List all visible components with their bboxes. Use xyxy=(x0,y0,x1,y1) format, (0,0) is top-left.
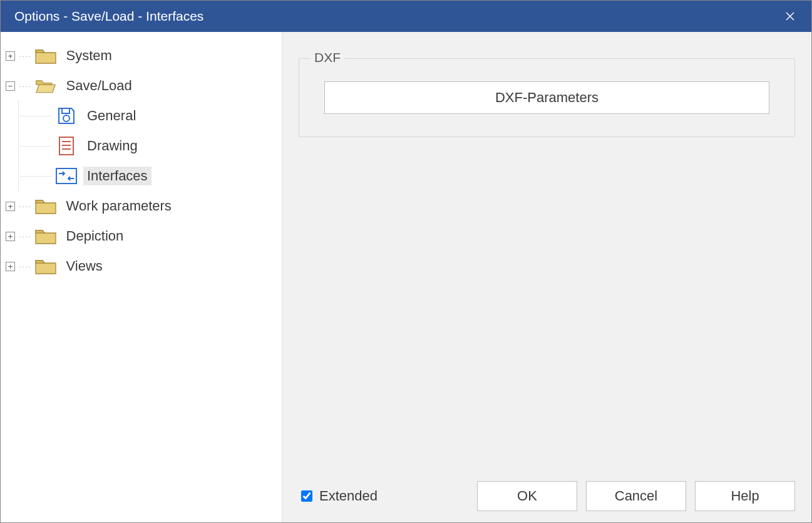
titlebar: Options - Save/Load - Interfaces xyxy=(1,1,811,32)
folder-icon xyxy=(35,195,56,217)
svg-rect-2 xyxy=(62,108,69,113)
tree-label: Views xyxy=(63,257,106,276)
tree-item-depiction[interactable]: + ···· Depiction xyxy=(6,221,277,251)
expand-icon[interactable]: + xyxy=(6,51,15,61)
folder-icon xyxy=(35,225,56,247)
dxf-groupbox: DXF DXF-Parameters xyxy=(299,58,795,137)
ok-button[interactable]: OK xyxy=(477,481,577,511)
groupbox-legend: DXF xyxy=(311,50,344,65)
tree-label: Interfaces xyxy=(83,167,152,185)
tree-label: Drawing xyxy=(83,137,141,155)
svg-point-3 xyxy=(63,115,69,122)
save-icon xyxy=(56,105,77,127)
close-button[interactable] xyxy=(778,4,803,29)
collapse-icon[interactable]: − xyxy=(6,81,15,91)
tree-label: Depiction xyxy=(63,227,128,246)
tree-item-drawing[interactable]: Drawing xyxy=(19,131,277,161)
extended-checkbox-label[interactable]: Extended xyxy=(299,488,378,504)
dxf-parameters-button[interactable]: DXF-Parameters xyxy=(324,81,769,114)
tree-label: General xyxy=(83,106,140,125)
tree-label: System xyxy=(63,46,116,65)
help-button[interactable]: Help xyxy=(695,481,795,511)
extended-label-text: Extended xyxy=(319,488,378,504)
window-title: Options - Save/Load - Interfaces xyxy=(14,9,203,24)
options-tree-panel: + ···· System xyxy=(1,32,282,522)
extended-checkbox[interactable] xyxy=(301,490,312,502)
tree-item-general[interactable]: General xyxy=(19,101,277,131)
tree-item-system[interactable]: + ···· System xyxy=(6,41,277,71)
tree-item-work-parameters[interactable]: + ···· Work parameters xyxy=(6,191,277,221)
cancel-button[interactable]: Cancel xyxy=(586,481,686,511)
tree-item-views[interactable]: + ···· Views xyxy=(6,251,277,281)
expand-icon[interactable]: + xyxy=(6,202,15,211)
svg-rect-8 xyxy=(56,168,76,184)
tree-item-saveload[interactable]: − ···· Save/Load xyxy=(6,71,277,101)
main-panel: DXF DXF-Parameters Extended OK Cancel He… xyxy=(282,32,811,522)
tree-item-interfaces[interactable]: Interfaces xyxy=(19,161,277,191)
interfaces-icon xyxy=(56,165,77,187)
options-dialog: Options - Save/Load - Interfaces + ···· xyxy=(0,0,812,523)
folder-icon xyxy=(35,45,56,66)
folder-open-icon xyxy=(35,75,56,96)
expand-icon[interactable]: + xyxy=(6,262,15,271)
tree-label: Save/Load xyxy=(63,76,136,95)
expand-icon[interactable]: + xyxy=(6,232,15,241)
document-lines-icon xyxy=(56,135,77,157)
dialog-footer: Extended OK Cancel Help xyxy=(299,471,795,511)
folder-icon xyxy=(35,256,56,277)
close-icon xyxy=(785,11,795,21)
tree-label: Work parameters xyxy=(63,197,175,215)
options-tree: + ···· System xyxy=(6,41,277,281)
